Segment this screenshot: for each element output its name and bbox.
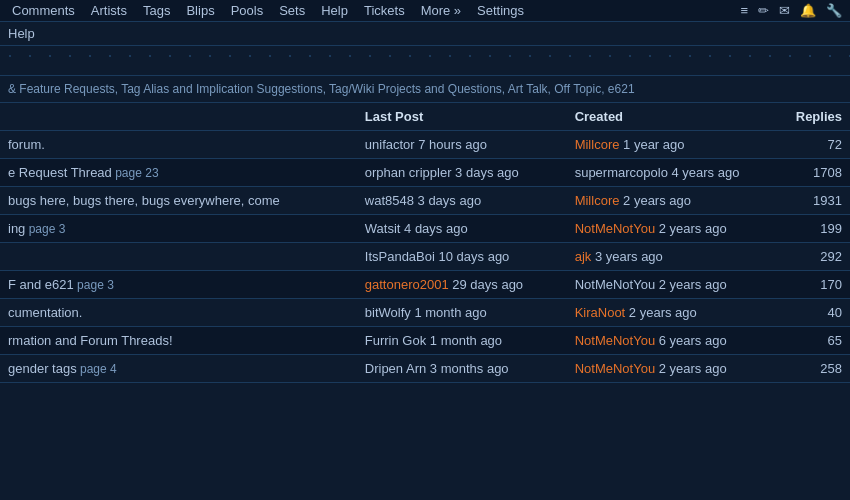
created-cell: NotMeNotYou 6 years ago (567, 327, 766, 355)
topic-title: gender tags (8, 361, 77, 376)
table-row: gender tags page 4Dripen Arn 3 months ag… (0, 355, 850, 383)
topic-title: forum. (8, 137, 45, 152)
nav-more[interactable]: More » (413, 1, 469, 20)
table-row: F and e621 page 3gattonero2001 29 days a… (0, 271, 850, 299)
col-header-topic (0, 103, 357, 131)
help-link[interactable]: Help (8, 26, 35, 41)
last-post-cell: ItsPandaBoi 10 days ago (357, 243, 567, 271)
created-user[interactable]: Millcore (575, 193, 620, 208)
edit-icon[interactable]: ✏ (754, 1, 773, 20)
list-icon[interactable]: ≡ (736, 1, 752, 20)
topic-page[interactable]: page 3 (25, 222, 65, 236)
last-post-cell: orphan crippler 3 days ago (357, 159, 567, 187)
bell-icon[interactable]: 🔔 (796, 1, 820, 20)
last-post-user[interactable]: unifactor (365, 137, 415, 152)
nav-settings[interactable]: Settings (469, 1, 532, 20)
last-post-user[interactable]: bitWolfy (365, 305, 411, 320)
topic-page[interactable]: page 23 (112, 166, 159, 180)
topic-page[interactable]: page 4 (77, 362, 117, 376)
created-time: 1 year ago (619, 137, 684, 152)
created-user[interactable]: supermarcopolo (575, 165, 668, 180)
mail-icon[interactable]: ✉ (775, 1, 794, 20)
created-cell: NotMeNotYou 2 years ago (567, 271, 766, 299)
table-row: bugs here, bugs there, bugs everywhere, … (0, 187, 850, 215)
last-post-time: 1 month ago (411, 305, 487, 320)
created-user[interactable]: Millcore (575, 137, 620, 152)
nav-blips[interactable]: Blips (178, 1, 222, 20)
last-post-time: 7 hours ago (415, 137, 487, 152)
topic-title: cumentation. (8, 305, 82, 320)
hex-background (0, 46, 850, 76)
topic-title: ing (8, 221, 25, 236)
nav-sets[interactable]: Sets (271, 1, 313, 20)
last-post-time: 4 days ago (400, 221, 467, 236)
last-post-cell: Furrin Gok 1 month ago (357, 327, 567, 355)
right-icons: ≡ ✏ ✉ 🔔 🔧 (736, 1, 846, 20)
last-post-time: 3 months ago (426, 361, 508, 376)
wrench-icon[interactable]: 🔧 (822, 1, 846, 20)
created-time: 3 years ago (591, 249, 663, 264)
nav-artists[interactable]: Artists (83, 1, 135, 20)
topic-title: rmation and Forum Threads! (8, 333, 173, 348)
last-post-user[interactable]: Dripen Arn (365, 361, 426, 376)
table-row: ItsPandaBoi 10 days agoajk 3 years ago29… (0, 243, 850, 271)
replies-cell: 72 (766, 131, 850, 159)
last-post-cell: Dripen Arn 3 months ago (357, 355, 567, 383)
created-user[interactable]: NotMeNotYou (575, 221, 655, 236)
table-row: rmation and Forum Threads!Furrin Gok 1 m… (0, 327, 850, 355)
created-cell: ajk 3 years ago (567, 243, 766, 271)
topic-title: e Request Thread (8, 165, 112, 180)
table-row: e Request Thread page 23orphan crippler … (0, 159, 850, 187)
topic-page[interactable]: page 3 (74, 278, 114, 292)
last-post-time: 29 days ago (449, 277, 523, 292)
last-post-user[interactable]: orphan crippler (365, 165, 452, 180)
created-user[interactable]: NotMeNotYou (575, 333, 655, 348)
replies-cell: 1708 (766, 159, 850, 187)
nav-tags[interactable]: Tags (135, 1, 178, 20)
created-user[interactable]: NotMeNotYou (575, 361, 655, 376)
created-time: 2 years ago (655, 277, 727, 292)
created-time: 2 years ago (655, 361, 727, 376)
created-time: 2 years ago (655, 221, 727, 236)
nav-help[interactable]: Help (313, 1, 356, 20)
col-header-created: Created (567, 103, 766, 131)
category-links: & Feature Requests, Tag Alias and Implic… (0, 76, 850, 103)
created-cell: NotMeNotYou 2 years ago (567, 215, 766, 243)
col-header-replies: Replies (766, 103, 850, 131)
topic-title: bugs here, bugs there, bugs everywhere, … (8, 193, 280, 208)
last-post-user[interactable]: gattonero2001 (365, 277, 449, 292)
created-cell: KiraNoot 2 years ago (567, 299, 766, 327)
created-user[interactable]: NotMeNotYou (575, 277, 655, 292)
replies-cell: 1931 (766, 187, 850, 215)
table-row: forum.unifactor 7 hours agoMillcore 1 ye… (0, 131, 850, 159)
replies-cell: 40 (766, 299, 850, 327)
topic-title: F and e621 (8, 277, 74, 292)
nav-pools[interactable]: Pools (223, 1, 272, 20)
created-user[interactable]: ajk (575, 249, 592, 264)
created-user[interactable]: KiraNoot (575, 305, 626, 320)
last-post-user[interactable]: ItsPandaBoi (365, 249, 435, 264)
replies-cell: 258 (766, 355, 850, 383)
last-post-cell: unifactor 7 hours ago (357, 131, 567, 159)
last-post-time: 3 days ago (452, 165, 519, 180)
created-cell: Millcore 2 years ago (567, 187, 766, 215)
nav-comments[interactable]: Comments (4, 1, 83, 20)
last-post-cell: wat8548 3 days ago (357, 187, 567, 215)
table-header-row: Last Post Created Replies (0, 103, 850, 131)
nav-tickets[interactable]: Tickets (356, 1, 413, 20)
last-post-time: 1 month ago (426, 333, 502, 348)
last-post-user[interactable]: Furrin Gok (365, 333, 426, 348)
help-bar: Help (0, 22, 850, 46)
created-time: 2 years ago (625, 305, 697, 320)
last-post-user[interactable]: Watsit (365, 221, 401, 236)
last-post-cell: bitWolfy 1 month ago (357, 299, 567, 327)
created-cell: NotMeNotYou 2 years ago (567, 355, 766, 383)
replies-cell: 292 (766, 243, 850, 271)
created-time: 2 years ago (619, 193, 691, 208)
table-row: cumentation.bitWolfy 1 month agoKiraNoot… (0, 299, 850, 327)
last-post-cell: Watsit 4 days ago (357, 215, 567, 243)
replies-cell: 65 (766, 327, 850, 355)
last-post-user[interactable]: wat8548 (365, 193, 414, 208)
top-nav: Comments Artists Tags Blips Pools Sets H… (0, 0, 850, 22)
replies-cell: 199 (766, 215, 850, 243)
